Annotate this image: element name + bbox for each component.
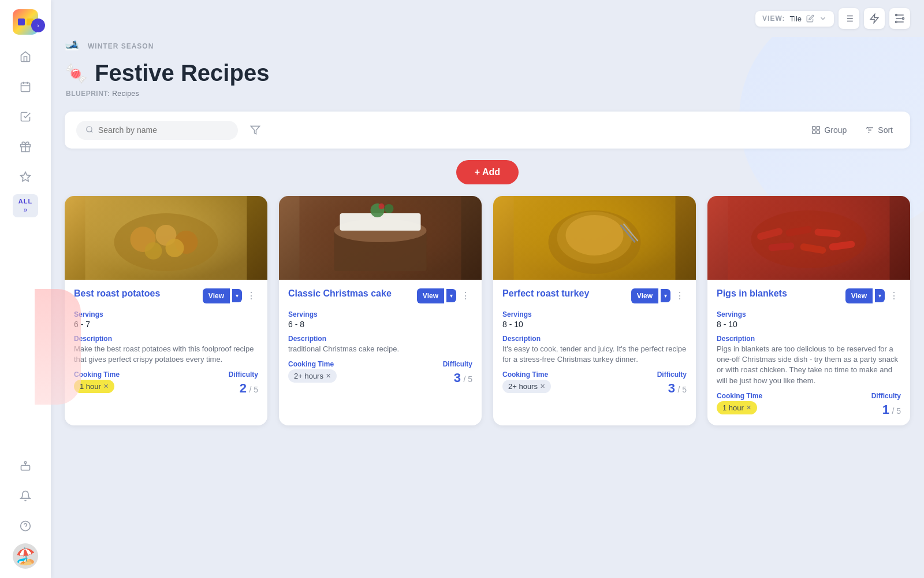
sidebar-item-tasks[interactable] xyxy=(13,104,38,129)
sort-button[interactable]: Sort xyxy=(859,122,899,138)
search-box[interactable] xyxy=(76,121,238,140)
sort-label: Sort xyxy=(878,125,893,135)
topbar-flash-icon[interactable] xyxy=(864,8,885,29)
user-avatar[interactable]: 🏖️ xyxy=(13,543,38,569)
topbar-list-icon[interactable] xyxy=(839,8,859,29)
sidebar-item-bell[interactable] xyxy=(13,483,38,509)
difficulty-section: Difficulty 2 / 5 xyxy=(229,370,258,396)
cooking-time-label: Cooking Time xyxy=(717,392,871,400)
card-image xyxy=(279,196,482,280)
sidebar-item-gifts[interactable] xyxy=(13,134,38,160)
servings-label: Servings xyxy=(717,310,901,318)
tag-close-icon[interactable]: ✕ xyxy=(326,372,331,380)
sidebar-item-robot[interactable] xyxy=(13,453,38,479)
add-button[interactable]: + Add xyxy=(456,160,519,184)
sidebar-item-calendar[interactable] xyxy=(13,74,38,99)
cooking-time-section: Cooking Time 2+ hours ✕ xyxy=(502,370,657,393)
card-view-dropdown[interactable]: ▾ xyxy=(232,289,242,302)
servings-value: 8 - 10 xyxy=(717,320,901,329)
svg-point-47 xyxy=(385,204,394,213)
difficulty-label: Difficulty xyxy=(657,370,687,379)
card-more-button[interactable]: ⋮ xyxy=(244,288,258,303)
svg-point-25 xyxy=(87,126,92,131)
card-footer: Cooking Time 1 hour ✕ Difficulty 1 / 5 xyxy=(717,392,901,417)
tag-close-icon[interactable]: ✕ xyxy=(540,383,545,390)
svg-point-52 xyxy=(566,215,624,255)
card-view-button[interactable]: View xyxy=(845,288,873,303)
view-selector[interactable]: VIEW: Tile xyxy=(755,11,834,27)
servings-label: Servings xyxy=(74,310,258,318)
svg-rect-6 xyxy=(21,465,30,470)
card-footer: Cooking Time 2+ hours ✕ Difficulty 3 / 5 xyxy=(288,360,472,386)
card-actions: View ▾ ⋮ xyxy=(631,288,687,303)
cooking-time-tag: 2+ hours ✕ xyxy=(502,380,551,393)
logo-area: › xyxy=(13,9,38,35)
page-title-icon: 🍬 xyxy=(65,62,88,84)
card-view-dropdown[interactable]: ▾ xyxy=(875,289,885,302)
svg-point-40 xyxy=(145,242,162,260)
description-label: Description xyxy=(288,335,472,343)
svg-rect-28 xyxy=(813,127,815,129)
servings-value: 6 - 8 xyxy=(288,320,472,329)
description-value: traditional Christmas cake recipe. xyxy=(288,344,472,354)
cooking-time-section: Cooking Time 1 hour ✕ xyxy=(717,392,871,414)
card-actions: View ▾ ⋮ xyxy=(845,288,901,303)
card-footer: Cooking Time 2+ hours ✕ Difficulty 3 / 5 xyxy=(502,370,687,396)
card-view-button[interactable]: View xyxy=(203,288,230,303)
topbar-settings-icon[interactable] xyxy=(889,8,910,29)
sidebar-item-home[interactable] xyxy=(13,44,38,69)
difficulty-label: Difficulty xyxy=(443,360,472,368)
cooking-time-section: Cooking Time 2+ hours ✕ xyxy=(288,360,443,383)
sidebar-item-more[interactable] xyxy=(13,164,38,190)
card-more-button[interactable]: ⋮ xyxy=(459,288,472,303)
group-button[interactable]: Group xyxy=(806,122,852,138)
blueprint-row: BLUEPRINT: Recipes xyxy=(65,90,910,98)
card-view-button[interactable]: View xyxy=(417,288,444,303)
breadcrumb-text: WINTER SEASON xyxy=(88,42,154,50)
description-value: It's easy to cook, tender and juicy. It'… xyxy=(502,344,687,365)
svg-point-23 xyxy=(903,18,904,20)
sidebar-item-all[interactable]: ALL » xyxy=(13,194,38,217)
tag-close-icon[interactable]: ✕ xyxy=(746,404,751,412)
sidebar-item-help[interactable] xyxy=(13,513,38,539)
card-view-dropdown[interactable]: ▾ xyxy=(446,289,456,302)
card-more-button[interactable]: ⋮ xyxy=(673,288,687,303)
blueprint-label: BLUEPRINT: xyxy=(66,90,110,98)
view-name: Tile xyxy=(790,14,802,23)
difficulty-value: 1 xyxy=(882,402,889,417)
card-footer: Cooking Time 1 hour ✕ Difficulty 2 / 5 xyxy=(74,370,258,396)
cooking-time-section: Cooking Time 1 hour ✕ xyxy=(74,370,229,393)
svg-marker-5 xyxy=(21,172,31,181)
tag-close-icon[interactable]: ✕ xyxy=(103,383,109,390)
search-icon xyxy=(85,125,94,135)
svg-marker-18 xyxy=(870,14,878,23)
sidebar-all-label: ALL xyxy=(18,198,32,205)
chevron-down-icon xyxy=(819,14,827,23)
description-label: Description xyxy=(74,335,258,343)
difficulty-section: Difficulty 3 / 5 xyxy=(657,370,687,396)
description-value: Make the best roast potatoes with this f… xyxy=(74,344,258,365)
cooking-time-label: Cooking Time xyxy=(502,370,657,379)
card-body: Perfect roast turkey View ▾ ⋮ Servings 8… xyxy=(493,280,696,404)
page-content: 🎿 WINTER SEASON 🍬 Festive Recipes BLUEPR… xyxy=(51,37,924,578)
card-more-button[interactable]: ⋮ xyxy=(887,288,901,303)
card-view-button[interactable]: View xyxy=(631,288,658,303)
difficulty-section: Difficulty 3 / 5 xyxy=(443,360,472,386)
topbar: VIEW: Tile xyxy=(51,0,924,37)
group-label: Group xyxy=(824,125,847,135)
servings-value: 8 - 10 xyxy=(502,320,687,329)
avatar-image: 🏖️ xyxy=(16,547,36,566)
search-input[interactable] xyxy=(98,125,229,135)
svg-point-48 xyxy=(379,203,385,209)
card-title-row: Perfect roast turkey View ▾ ⋮ xyxy=(502,288,687,303)
card-view-dropdown[interactable]: ▾ xyxy=(661,289,670,302)
difficulty-total: / 5 xyxy=(249,385,258,394)
svg-rect-29 xyxy=(817,127,820,129)
description-label: Description xyxy=(717,335,901,343)
filter-button[interactable] xyxy=(245,120,266,140)
card-body: Pigs in blankets View ▾ ⋮ Servings 8 - 1… xyxy=(707,280,910,425)
page-title-row: 🍬 Festive Recipes xyxy=(65,60,910,86)
expand-sidebar-button[interactable]: › xyxy=(31,18,45,32)
recipe-card: Best roast potatoes View ▾ ⋮ Servings 6 … xyxy=(65,196,267,425)
svg-point-7 xyxy=(24,462,26,464)
